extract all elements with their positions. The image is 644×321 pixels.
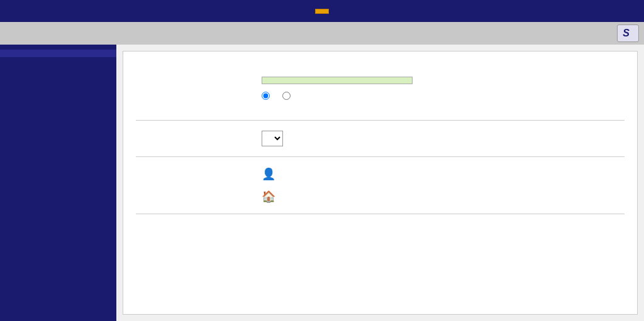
sidebar [0, 45, 116, 321]
solutions-center-button[interactable]: S [617, 24, 639, 42]
divider-3 [136, 214, 625, 214]
device-status-row [136, 77, 625, 84]
location-house-icon: 🏠 [262, 190, 275, 204]
web-language-select[interactable] [262, 131, 283, 146]
content-panel: 👤 🏠 [123, 51, 638, 315]
divider-1 [136, 120, 625, 121]
top-header [0, 0, 644, 22]
nav-bar: S [0, 22, 644, 45]
content-area: 👤 🏠 [116, 45, 644, 321]
auto-refresh-on-label[interactable] [282, 92, 293, 100]
sidebar-status-section[interactable] [0, 50, 116, 57]
main-layout: 👤 🏠 [0, 45, 644, 321]
device-status-section [136, 77, 625, 107]
password-banner[interactable] [315, 9, 329, 14]
brother-solutions-logo: S [623, 28, 630, 39]
contact-row: 👤 [262, 167, 280, 181]
device-location-row: 👤 🏠 [136, 167, 625, 204]
auto-refresh-on-radio[interactable] [282, 92, 291, 100]
auto-refresh-off-label[interactable] [262, 92, 272, 100]
auto-refresh-options [262, 92, 293, 100]
web-language-row [136, 131, 625, 146]
auto-refresh-row [136, 92, 625, 100]
location-fields: 👤 🏠 [262, 167, 280, 204]
password-notice-area [6, 9, 638, 14]
location-row: 🏠 [262, 190, 280, 204]
auto-refresh-off-radio[interactable] [262, 92, 270, 100]
divider-2 [136, 156, 625, 157]
contact-person-icon: 👤 [262, 167, 275, 181]
device-status-value [262, 77, 413, 84]
